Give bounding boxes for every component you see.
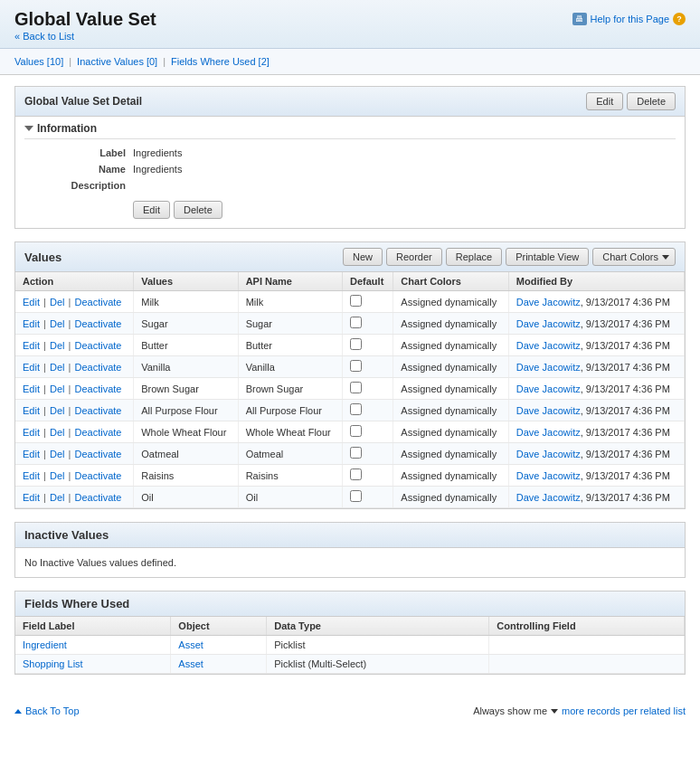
- back-to-list-link[interactable]: « Back to List: [14, 31, 74, 42]
- detail-delete-button[interactable]: Delete: [627, 92, 676, 110]
- del-link[interactable]: Del: [50, 383, 65, 394]
- api-name-cell: Raisins: [238, 465, 342, 487]
- default-checkbox[interactable]: [350, 295, 362, 307]
- modifier-link[interactable]: Dave Jacowitz: [516, 340, 581, 351]
- chart-colors-dropdown-arrow: [662, 255, 669, 260]
- default-cell[interactable]: [343, 335, 393, 356]
- default-checkbox[interactable]: [350, 360, 362, 372]
- edit-link[interactable]: Edit: [23, 427, 40, 438]
- modifier-link[interactable]: Dave Jacowitz: [516, 362, 581, 373]
- field-label-link[interactable]: Shopping List: [23, 658, 83, 669]
- field-label-link[interactable]: Ingredient: [23, 639, 67, 650]
- default-checkbox[interactable]: [350, 490, 362, 502]
- modifier-link[interactable]: Dave Jacowitz: [516, 297, 581, 308]
- modifier-link[interactable]: Dave Jacowitz: [516, 405, 581, 416]
- del-link[interactable]: Del: [50, 318, 65, 329]
- modifier-link[interactable]: Dave Jacowitz: [516, 492, 581, 503]
- info-delete-button[interactable]: Delete: [174, 201, 222, 219]
- default-checkbox[interactable]: [350, 425, 362, 437]
- del-link[interactable]: Del: [50, 470, 65, 481]
- deactivate-link[interactable]: Deactivate: [74, 470, 121, 481]
- modifier-link[interactable]: Dave Jacowitz: [516, 449, 581, 459]
- replace-button[interactable]: Replace: [446, 248, 502, 266]
- del-link[interactable]: Del: [50, 405, 65, 416]
- default-cell[interactable]: [343, 356, 393, 378]
- deactivate-link[interactable]: Deactivate: [74, 405, 121, 416]
- col-field-label: Field Label: [15, 617, 171, 636]
- modifier-link[interactable]: Dave Jacowitz: [516, 427, 581, 438]
- reorder-button[interactable]: Reorder: [386, 248, 442, 266]
- edit-link[interactable]: Edit: [23, 470, 40, 481]
- del-link[interactable]: Del: [50, 362, 65, 373]
- chart-colors-cell: Assigned dynamically: [393, 378, 508, 400]
- default-cell[interactable]: [343, 465, 393, 487]
- default-cell[interactable]: [343, 378, 393, 400]
- del-link[interactable]: Del: [50, 340, 65, 351]
- default-cell[interactable]: [343, 313, 393, 335]
- object-link[interactable]: Asset: [178, 639, 203, 650]
- del-link[interactable]: Del: [50, 427, 65, 438]
- default-checkbox[interactable]: [350, 382, 362, 393]
- object-link[interactable]: Asset: [178, 658, 203, 669]
- tab-fields-where-used[interactable]: Fields Where Used [2]: [171, 56, 270, 67]
- deactivate-link[interactable]: Deactivate: [74, 427, 121, 438]
- info-toggle-row[interactable]: Information: [24, 117, 676, 139]
- deactivate-link[interactable]: Deactivate: [74, 340, 121, 351]
- deactivate-link[interactable]: Deactivate: [74, 362, 121, 373]
- value-cell: Milk: [134, 291, 238, 313]
- data-type-cell: Picklist (Multi-Select): [267, 655, 489, 674]
- edit-link[interactable]: Edit: [23, 405, 40, 416]
- default-checkbox[interactable]: [350, 447, 362, 459]
- default-checkbox[interactable]: [350, 468, 362, 480]
- edit-link[interactable]: Edit: [23, 340, 40, 351]
- more-records-link[interactable]: more records per related list: [562, 705, 686, 716]
- del-link[interactable]: Del: [50, 492, 65, 503]
- help-link[interactable]: Help for this Page: [591, 14, 669, 24]
- deactivate-link[interactable]: Deactivate: [74, 492, 121, 503]
- edit-link[interactable]: Edit: [23, 449, 40, 459]
- default-cell[interactable]: [343, 443, 393, 465]
- name-field-value: Ingredients: [133, 164, 182, 175]
- deactivate-link[interactable]: Deactivate: [74, 318, 121, 329]
- fields-table: Field Label Object Data Type Controlling…: [15, 617, 685, 674]
- modifier-link[interactable]: Dave Jacowitz: [516, 470, 581, 481]
- edit-link[interactable]: Edit: [23, 297, 40, 308]
- controlling-field-cell: [489, 636, 685, 655]
- modified-by-cell: Dave Jacowitz, 9/13/2017 4:36 PM: [508, 443, 684, 465]
- edit-link[interactable]: Edit: [23, 318, 40, 329]
- deactivate-link[interactable]: Deactivate: [74, 297, 121, 308]
- default-checkbox[interactable]: [350, 317, 362, 328]
- field-row-label: Label Ingredients: [24, 145, 676, 161]
- fields-table-row: Shopping ListAssetPicklist (Multi-Select…: [15, 655, 685, 674]
- back-to-top-link[interactable]: Back To Top: [14, 705, 80, 716]
- deactivate-link[interactable]: Deactivate: [74, 449, 121, 459]
- tab-values[interactable]: Values [10]: [14, 56, 63, 67]
- footer-center: Always show me more records per related …: [473, 705, 686, 716]
- field-label-cell: Ingredient: [15, 636, 171, 655]
- default-checkbox[interactable]: [350, 338, 362, 350]
- modifier-link[interactable]: Dave Jacowitz: [516, 318, 581, 329]
- value-cell: Butter: [134, 335, 238, 356]
- default-cell[interactable]: [343, 400, 393, 421]
- footer-down-arrow-icon: [551, 709, 558, 714]
- default-checkbox[interactable]: [350, 403, 362, 415]
- default-cell[interactable]: [343, 487, 393, 508]
- edit-link[interactable]: Edit: [23, 492, 40, 503]
- printable-view-button[interactable]: Printable View: [506, 248, 589, 266]
- value-cell: All Purpose Flour: [134, 400, 238, 421]
- deactivate-link[interactable]: Deactivate: [74, 383, 121, 394]
- chart-colors-button[interactable]: Chart Colors: [592, 248, 676, 266]
- default-cell[interactable]: [343, 421, 393, 443]
- del-link[interactable]: Del: [50, 449, 65, 459]
- new-button[interactable]: New: [343, 248, 383, 266]
- modified-by-cell: Dave Jacowitz, 9/13/2017 4:36 PM: [508, 335, 684, 356]
- edit-link[interactable]: Edit: [23, 383, 40, 394]
- edit-link[interactable]: Edit: [23, 362, 40, 373]
- default-cell[interactable]: [343, 291, 393, 313]
- help-circle-icon[interactable]: ?: [673, 13, 686, 25]
- detail-edit-button[interactable]: Edit: [586, 92, 623, 110]
- modifier-link[interactable]: Dave Jacowitz: [516, 383, 581, 394]
- tab-inactive-values[interactable]: Inactive Values [0]: [77, 56, 157, 67]
- del-link[interactable]: Del: [50, 297, 65, 308]
- info-edit-button[interactable]: Edit: [133, 201, 170, 219]
